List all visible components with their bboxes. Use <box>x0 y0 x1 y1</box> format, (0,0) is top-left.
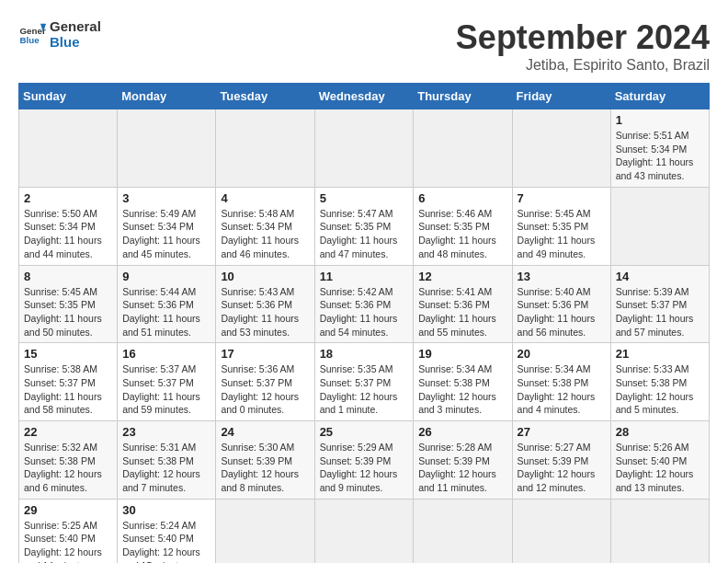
week-row-2: 8Sunrise: 5:45 AMSunset: 5:35 PMDaylight… <box>19 265 710 343</box>
day-number: 23 <box>122 425 210 439</box>
day-info: Sunrise: 5:42 AMSunset: 5:36 PMDaylight:… <box>320 286 398 338</box>
calendar-cell-0-1 <box>118 109 216 188</box>
calendar-cell-0-4 <box>414 109 512 188</box>
day-number: 27 <box>518 425 606 439</box>
day-info: Sunrise: 5:36 AMSunset: 5:37 PMDaylight:… <box>221 363 299 415</box>
day-info: Sunrise: 5:44 AMSunset: 5:36 PMDaylight:… <box>122 286 200 338</box>
calendar-cell-1-3: 5Sunrise: 5:47 AMSunset: 5:35 PMDaylight… <box>314 187 414 265</box>
calendar-cell-5-2 <box>216 499 314 563</box>
calendar-cell-2-4: 12Sunrise: 5:41 AMSunset: 5:36 PMDayligh… <box>414 265 512 343</box>
calendar-cell-0-6: 1Sunrise: 5:51 AMSunset: 5:34 PMDaylight… <box>610 109 709 188</box>
logo: General Blue GeneralBlue <box>18 18 101 50</box>
day-info: Sunrise: 5:45 AMSunset: 5:35 PMDaylight:… <box>24 286 102 338</box>
calendar-cell-0-0 <box>19 109 118 188</box>
calendar-cell-2-6: 14Sunrise: 5:39 AMSunset: 5:37 PMDayligh… <box>610 265 709 343</box>
logo-icon: General Blue <box>18 20 46 48</box>
title-block: September 2024 Jetiba, Espirito Santo, B… <box>456 18 710 74</box>
calendar-cell-5-6 <box>610 499 709 563</box>
week-row-3: 15Sunrise: 5:38 AMSunset: 5:37 PMDayligh… <box>19 343 710 421</box>
col-header-monday: Monday <box>118 84 216 109</box>
day-info: Sunrise: 5:27 AMSunset: 5:39 PMDaylight:… <box>518 442 596 493</box>
calendar-table: SundayMondayTuesdayWednesdayThursdayFrid… <box>18 83 710 563</box>
day-info: Sunrise: 5:39 AMSunset: 5:37 PMDaylight:… <box>616 286 694 338</box>
day-number: 4 <box>221 191 309 205</box>
calendar-cell-1-5: 7Sunrise: 5:45 AMSunset: 5:35 PMDaylight… <box>512 187 610 265</box>
day-number: 19 <box>418 347 506 361</box>
day-number: 15 <box>24 347 112 361</box>
day-info: Sunrise: 5:30 AMSunset: 5:39 PMDaylight:… <box>221 442 299 493</box>
calendar-cell-4-1: 23Sunrise: 5:31 AMSunset: 5:38 PMDayligh… <box>118 421 216 500</box>
calendar-cell-2-5: 13Sunrise: 5:40 AMSunset: 5:36 PMDayligh… <box>512 265 610 343</box>
day-info: Sunrise: 5:49 AMSunset: 5:34 PMDaylight:… <box>122 208 200 259</box>
day-number: 1 <box>616 113 704 127</box>
calendar-cell-3-1: 16Sunrise: 5:37 AMSunset: 5:37 PMDayligh… <box>118 343 216 421</box>
day-number: 6 <box>418 191 506 205</box>
day-info: Sunrise: 5:34 AMSunset: 5:38 PMDaylight:… <box>518 363 596 415</box>
day-number: 30 <box>122 503 210 517</box>
calendar-cell-5-3 <box>314 499 414 563</box>
calendar-cell-3-2: 17Sunrise: 5:36 AMSunset: 5:37 PMDayligh… <box>216 343 314 421</box>
day-info: Sunrise: 5:28 AMSunset: 5:39 PMDaylight:… <box>418 442 496 493</box>
calendar-cell-1-0: 2Sunrise: 5:50 AMSunset: 5:34 PMDaylight… <box>19 187 118 265</box>
header-row: SundayMondayTuesdayWednesdayThursdayFrid… <box>19 84 710 109</box>
day-info: Sunrise: 5:25 AMSunset: 5:40 PMDaylight:… <box>24 520 102 563</box>
calendar-cell-1-2: 4Sunrise: 5:48 AMSunset: 5:34 PMDaylight… <box>216 187 314 265</box>
day-number: 28 <box>616 425 704 439</box>
day-info: Sunrise: 5:50 AMSunset: 5:34 PMDaylight:… <box>24 208 102 259</box>
col-header-sunday: Sunday <box>19 84 118 109</box>
calendar-cell-4-0: 22Sunrise: 5:32 AMSunset: 5:38 PMDayligh… <box>19 421 118 500</box>
day-info: Sunrise: 5:29 AMSunset: 5:39 PMDaylight:… <box>320 442 398 493</box>
day-info: Sunrise: 5:35 AMSunset: 5:37 PMDaylight:… <box>320 363 398 415</box>
day-number: 8 <box>24 270 112 283</box>
col-header-friday: Friday <box>512 84 610 109</box>
day-number: 9 <box>122 270 210 283</box>
calendar-cell-2-0: 8Sunrise: 5:45 AMSunset: 5:35 PMDaylight… <box>19 265 118 343</box>
week-row-4: 22Sunrise: 5:32 AMSunset: 5:38 PMDayligh… <box>19 421 710 500</box>
col-header-tuesday: Tuesday <box>216 84 314 109</box>
logo-text: GeneralBlue <box>50 18 101 50</box>
calendar-cell-1-1: 3Sunrise: 5:49 AMSunset: 5:34 PMDaylight… <box>118 187 216 265</box>
day-info: Sunrise: 5:31 AMSunset: 5:38 PMDaylight:… <box>122 442 200 493</box>
day-number: 5 <box>320 191 409 205</box>
day-number: 24 <box>221 425 309 439</box>
day-number: 26 <box>418 425 506 439</box>
calendar-cell-2-3: 11Sunrise: 5:42 AMSunset: 5:36 PMDayligh… <box>314 265 414 343</box>
day-info: Sunrise: 5:33 AMSunset: 5:38 PMDaylight:… <box>616 363 694 415</box>
day-number: 11 <box>320 270 409 283</box>
page-header: General Blue GeneralBlue September 2024 … <box>18 18 710 74</box>
day-info: Sunrise: 5:24 AMSunset: 5:40 PMDaylight:… <box>122 520 200 563</box>
calendar-cell-0-5 <box>512 109 610 188</box>
calendar-cell-4-6: 28Sunrise: 5:26 AMSunset: 5:40 PMDayligh… <box>610 421 709 500</box>
day-info: Sunrise: 5:41 AMSunset: 5:36 PMDaylight:… <box>418 286 496 338</box>
calendar-cell-5-4 <box>414 499 512 563</box>
col-header-saturday: Saturday <box>610 84 709 109</box>
day-number: 10 <box>221 270 309 283</box>
day-number: 14 <box>616 270 704 283</box>
week-row-1: 2Sunrise: 5:50 AMSunset: 5:34 PMDaylight… <box>19 187 710 265</box>
day-info: Sunrise: 5:34 AMSunset: 5:38 PMDaylight:… <box>418 363 496 415</box>
day-number: 29 <box>24 503 112 517</box>
day-number: 7 <box>518 191 606 205</box>
day-info: Sunrise: 5:47 AMSunset: 5:35 PMDaylight:… <box>320 208 398 259</box>
calendar-cell-4-5: 27Sunrise: 5:27 AMSunset: 5:39 PMDayligh… <box>512 421 610 500</box>
day-number: 21 <box>616 347 704 361</box>
day-number: 16 <box>122 347 210 361</box>
day-number: 17 <box>221 347 309 361</box>
calendar-cell-5-5 <box>512 499 610 563</box>
col-header-wednesday: Wednesday <box>314 84 414 109</box>
calendar-cell-3-4: 19Sunrise: 5:34 AMSunset: 5:38 PMDayligh… <box>414 343 512 421</box>
day-number: 12 <box>418 270 506 283</box>
calendar-cell-0-2 <box>216 109 314 188</box>
day-info: Sunrise: 5:32 AMSunset: 5:38 PMDaylight:… <box>24 442 102 493</box>
month-title: September 2024 <box>456 18 710 57</box>
svg-text:Blue: Blue <box>20 35 40 45</box>
calendar-cell-5-0: 29Sunrise: 5:25 AMSunset: 5:40 PMDayligh… <box>19 499 118 563</box>
day-info: Sunrise: 5:40 AMSunset: 5:36 PMDaylight:… <box>518 286 596 338</box>
day-info: Sunrise: 5:46 AMSunset: 5:35 PMDaylight:… <box>418 208 496 259</box>
calendar-cell-3-5: 20Sunrise: 5:34 AMSunset: 5:38 PMDayligh… <box>512 343 610 421</box>
calendar-cell-5-1: 30Sunrise: 5:24 AMSunset: 5:40 PMDayligh… <box>118 499 216 563</box>
day-number: 2 <box>24 191 112 205</box>
calendar-cell-4-2: 24Sunrise: 5:30 AMSunset: 5:39 PMDayligh… <box>216 421 314 500</box>
day-info: Sunrise: 5:37 AMSunset: 5:37 PMDaylight:… <box>122 363 200 415</box>
calendar-cell-1-4: 6Sunrise: 5:46 AMSunset: 5:35 PMDaylight… <box>414 187 512 265</box>
